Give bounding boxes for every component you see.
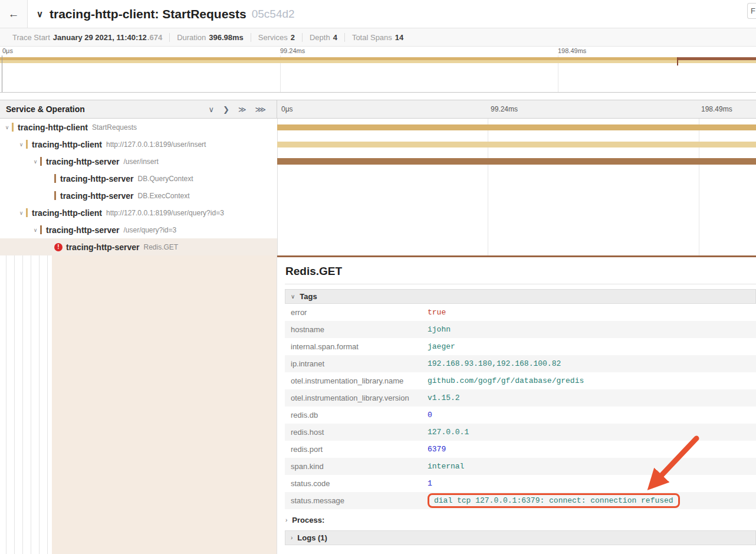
minimap-scrubber-handle[interactable] <box>2 55 2 92</box>
tag-key: otel.instrumentation_library.name <box>285 376 428 385</box>
tag-row-ip-intranet: ip.intranet 192.168.93.180,192.168.100.8… <box>285 355 756 372</box>
span-row-startrequests[interactable]: ∨ tracing-http-client StartRequests <box>0 119 756 136</box>
tag-row-redis-host: redis.host 127.0.0.1 <box>285 424 756 441</box>
span-color-bar <box>40 225 42 234</box>
minimap-tick-2: 198.49ms <box>558 47 586 54</box>
trace-minimap[interactable] <box>0 55 756 93</box>
trace-title: tracing-http-client: StartRequests <box>50 7 246 21</box>
ruler-tick-0: 0μs <box>281 105 293 113</box>
tag-row-status-message: status.message dial tcp 127.0.0.1:6379: … <box>285 492 756 509</box>
span-service: tracing-http-server <box>66 242 139 252</box>
tag-value: true <box>428 308 446 317</box>
chevron-down-icon[interactable]: ∨ <box>31 227 40 233</box>
span-operation: DB.ExecContext <box>137 192 189 200</box>
trace-id: 05c54d2 <box>252 8 295 21</box>
process-section-label: Process: <box>292 516 324 525</box>
tag-value: jaeger <box>428 342 455 351</box>
trace-page-header: ← ∨ tracing-http-client: StartRequests 0… <box>0 0 756 28</box>
tag-key: status.message <box>285 496 428 505</box>
span-duration-bar[interactable] <box>277 158 756 165</box>
tree-guide-line <box>14 255 15 554</box>
tag-value: 192.168.93.180,192.168.100.82 <box>428 359 561 368</box>
summary-duration: Duration 396.98ms <box>169 33 251 42</box>
ruler-tick-1: 99.24ms <box>491 105 518 113</box>
find-input-fragment[interactable]: F <box>747 3 756 19</box>
span-row-user-insert-client[interactable]: ∨ tracing-http-client http://127.0.0.1:8… <box>0 136 756 153</box>
span-service: tracing-http-server <box>60 191 133 201</box>
span-row-user-insert-server[interactable]: ∨ tracing-http-server /user/insert <box>0 153 756 170</box>
minimap-tick-labels: 0μs 99.24ms 198.49ms <box>0 47 756 55</box>
back-button[interactable]: ← <box>0 0 28 28</box>
tag-row-otel-lib-version: otel.instrumentation_library.version v1.… <box>285 389 756 407</box>
span-service: tracing-http-client <box>32 208 102 218</box>
tag-key: redis.host <box>285 428 428 437</box>
span-color-bar <box>40 157 42 166</box>
tag-key: ip.intranet <box>285 359 428 368</box>
span-service: tracing-http-client <box>32 140 102 149</box>
tag-key: span.kind <box>285 462 428 471</box>
tag-row-error: error true <box>285 304 756 321</box>
logs-section-label: Logs (1) <box>297 533 327 542</box>
chevron-right-icon: › <box>291 535 292 541</box>
summary-services: Services 2 <box>251 33 302 42</box>
tree-guide-line <box>6 255 6 554</box>
summary-total-spans: Total Spans 14 <box>344 33 410 42</box>
chevron-down-icon[interactable]: ∨ <box>31 159 40 165</box>
tag-row-redis-port: redis.port 6379 <box>285 441 756 458</box>
span-rows-container: ∨ tracing-http-client StartRequests ∨ tr… <box>0 119 756 255</box>
minimap-span-band-client-light <box>0 60 756 63</box>
span-row-user-query-server[interactable]: ∨ tracing-http-server /user/query?id=3 <box>0 221 756 238</box>
span-operation: Redis.GET <box>143 243 178 251</box>
trace-collapse-chevron-icon[interactable]: ∨ <box>37 9 43 19</box>
minimap-span-marker <box>677 57 678 65</box>
span-operation: /user/query?id=3 <box>123 226 176 234</box>
tag-row-redis-db: redis.db 0 <box>285 407 756 424</box>
tag-key: hostname <box>285 325 428 334</box>
double-chevron-right-icon[interactable]: ≫ <box>238 105 246 114</box>
span-row-redis-get[interactable]: ∨ ! tracing-http-server Redis.GET <box>0 238 756 255</box>
tree-guide-line <box>22 255 23 554</box>
minimap-span-band-server <box>677 57 756 60</box>
tags-section-toggle[interactable]: ∨ Tags <box>285 289 756 304</box>
tag-row-span-kind: span.kind internal <box>285 458 756 475</box>
span-detail-section: Redis.GET ∨ Tags error true hostname ijo… <box>0 255 756 554</box>
chevron-right-icon: › <box>285 517 287 523</box>
tags-section-label: Tags <box>300 292 317 301</box>
tag-key: status.code <box>285 479 428 488</box>
divider <box>285 284 756 284</box>
timeline-header: Service & Operation ∨ ❯ ≫ ⋙ 0μs 99.24ms … <box>0 100 756 119</box>
span-duration-bar[interactable] <box>277 124 756 130</box>
chevron-right-icon[interactable]: ❯ <box>223 105 229 114</box>
span-row-user-query-client[interactable]: ∨ tracing-http-client http://127.0.0.1:8… <box>0 204 756 221</box>
tag-key: error <box>285 308 428 317</box>
tag-value: 1 <box>428 479 432 488</box>
span-color-bar <box>26 208 28 217</box>
timeline-collapse-controls: ∨ ❯ ≫ ⋙ <box>208 105 266 114</box>
span-detail-left-gutter <box>0 255 277 554</box>
logs-section-toggle[interactable]: › Logs (1) <box>285 530 756 545</box>
span-duration-bar[interactable] <box>277 142 756 147</box>
tree-guide-line <box>39 255 40 554</box>
span-operation: StartRequests <box>92 123 137 132</box>
chevron-down-icon[interactable]: ∨ <box>208 105 214 114</box>
span-operation: http://127.0.0.1:8199/user/query?id=3 <box>106 209 224 217</box>
chevron-down-icon[interactable]: ∨ <box>17 210 26 216</box>
service-operation-header: Service & Operation <box>6 104 208 114</box>
tags-table: error true hostname ijohn internal.span.… <box>285 304 756 509</box>
tag-value: v1.15.2 <box>428 394 460 402</box>
span-color-bar <box>54 174 56 183</box>
span-service: tracing-http-client <box>18 123 88 132</box>
tag-row-status-code: status.code 1 <box>285 475 756 492</box>
span-color-bar <box>54 191 56 200</box>
timeline-header-left: Service & Operation ∨ ❯ ≫ ⋙ <box>0 100 277 118</box>
chevron-down-icon[interactable]: ∨ <box>2 124 12 130</box>
span-row-db-execcontext[interactable]: ∨ tracing-http-server DB.ExecContext <box>0 187 756 204</box>
tree-guide-line <box>47 255 48 554</box>
timeline-header-ruler: 0μs 99.24ms 198.49ms <box>277 100 756 118</box>
chevron-down-icon[interactable]: ∨ <box>17 142 26 147</box>
tag-row-otel-lib-name: otel.instrumentation_library.name github… <box>285 372 756 389</box>
triple-chevron-right-icon[interactable]: ⋙ <box>255 105 267 114</box>
span-row-db-querycontext[interactable]: ∨ tracing-http-server DB.QueryContext <box>0 170 756 187</box>
span-operation: http://127.0.0.1:8199/user/insert <box>106 140 206 149</box>
process-section-toggle[interactable]: › Process: <box>285 516 756 525</box>
